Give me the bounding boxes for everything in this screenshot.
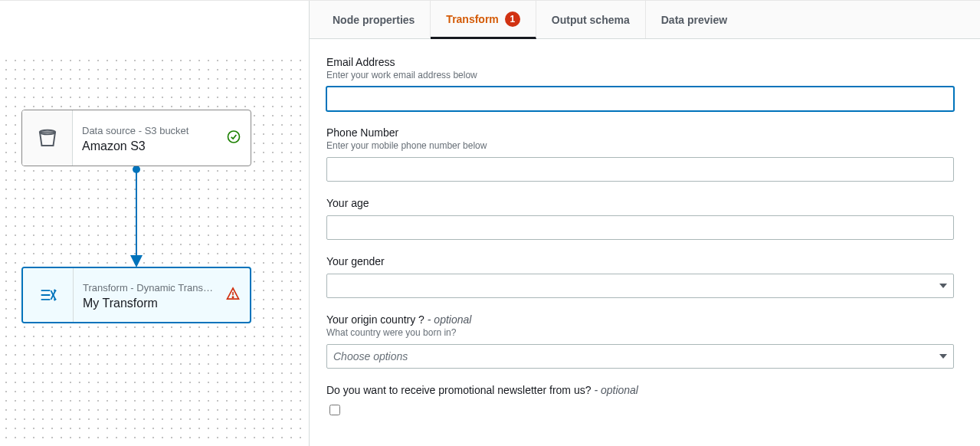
field-label: Email Address: [326, 56, 954, 68]
tab-badge: 1: [505, 11, 520, 27]
field-age: Your age: [326, 197, 954, 240]
field-label: Phone Number: [326, 126, 954, 139]
transform-form: Email Address Enter your work email addr…: [310, 39, 980, 446]
graph-canvas[interactable]: Data source - S3 bucket Amazon S3: [0, 1, 310, 446]
node-data-source-s3[interactable]: Data source - S3 bucket Amazon S3: [21, 110, 251, 166]
field-label-text: Do you want to receive promotional newsl…: [326, 384, 594, 396]
origin-country-multiselect[interactable]: Choose options: [326, 344, 954, 369]
transform-icon: [23, 268, 74, 322]
tabs: Node properties Transform 1 Output schem…: [310, 1, 980, 39]
bucket-icon: [22, 110, 73, 166]
status-error-icon: [225, 287, 241, 304]
field-label: Your gender: [326, 255, 954, 267]
node-kind-label: Data source - S3 bucket: [82, 125, 228, 136]
phone-input[interactable]: [326, 157, 954, 182]
select-placeholder: Choose options: [333, 350, 408, 362]
field-gender: Your gender: [326, 255, 954, 298]
tab-label: Node properties: [333, 14, 415, 26]
node-kind-label: Transform - Dynamic Trans…: [83, 282, 228, 294]
svg-point-3: [228, 131, 240, 143]
detail-pane: Node properties Transform 1 Output schem…: [310, 1, 980, 446]
gender-select[interactable]: [326, 274, 954, 298]
chevron-down-icon: [939, 284, 947, 288]
age-input[interactable]: [326, 215, 954, 240]
tab-label: Data preview: [661, 14, 727, 26]
field-label: Your origin country ? - optional: [326, 313, 954, 326]
node-body: Transform - Dynamic Trans… My Transform: [74, 268, 250, 322]
field-hint: Enter your mobile phone number below: [326, 140, 954, 151]
optional-suffix: - optional: [594, 384, 638, 396]
status-ok-icon: [226, 130, 241, 147]
field-hint: What country were you born in?: [326, 327, 954, 338]
field-label: Your age: [326, 197, 954, 209]
app-root: Data source - S3 bucket Amazon S3: [0, 0, 980, 446]
tab-label: Output schema: [552, 14, 630, 26]
tab-label: Transform: [446, 13, 498, 25]
tab-output-schema[interactable]: Output schema: [536, 1, 646, 38]
field-newsletter: Do you want to receive promotional newsl…: [326, 384, 954, 418]
chevron-down-icon: [939, 354, 947, 359]
node-title: My Transform: [83, 297, 239, 310]
node-body: Data source - S3 bucket Amazon S3: [73, 110, 251, 166]
field-phone: Phone Number Enter your mobile phone num…: [326, 126, 954, 182]
tab-transform[interactable]: Transform 1: [431, 1, 536, 39]
field-origin-country: Your origin country ? - optional What co…: [326, 313, 954, 369]
node-transform-my-transform[interactable]: Transform - Dynamic Trans… My Transform: [21, 267, 251, 323]
field-label: Do you want to receive promotional newsl…: [326, 384, 954, 396]
field-label-text: Your origin country ?: [326, 313, 428, 326]
optional-suffix: - optional: [428, 313, 472, 326]
node-title: Amazon S3: [82, 139, 240, 153]
tab-data-preview[interactable]: Data preview: [646, 1, 742, 38]
field-hint: Enter your work email address below: [326, 70, 954, 80]
newsletter-checkbox[interactable]: [329, 405, 340, 415]
field-email: Email Address Enter your work email addr…: [326, 56, 954, 111]
svg-point-5: [232, 297, 233, 297]
tab-node-properties[interactable]: Node properties: [317, 1, 431, 38]
email-input[interactable]: [326, 87, 954, 111]
